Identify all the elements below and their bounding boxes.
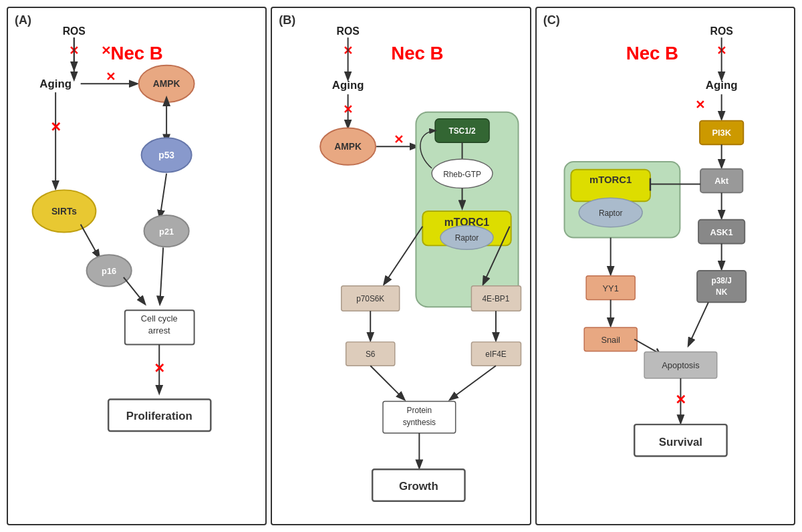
- svg-line-73: [450, 366, 496, 399]
- svg-line-19: [160, 174, 166, 218]
- svg-text:Proliferation: Proliferation: [126, 410, 192, 422]
- panel-a: (A) Nec B ROS ✕ ✕ Aging ✕ AMPK: [7, 7, 267, 525]
- svg-text:eIF4E: eIF4E: [485, 350, 507, 359]
- svg-text:✕: ✕: [343, 103, 353, 116]
- svg-text:p16: p16: [102, 266, 116, 276]
- svg-text:Cell cycle: Cell cycle: [141, 313, 178, 323]
- svg-text:✕: ✕: [101, 44, 111, 57]
- svg-text:AMPK: AMPK: [335, 141, 362, 152]
- svg-text:NK: NK: [716, 287, 728, 297]
- svg-text:Aging: Aging: [706, 79, 738, 92]
- svg-text:arrest: arrest: [148, 325, 170, 336]
- svg-text:p70S6K: p70S6K: [356, 294, 384, 303]
- svg-line-72: [371, 366, 404, 399]
- svg-line-114: [634, 340, 659, 354]
- svg-text:✕: ✕: [675, 392, 686, 407]
- svg-text:ROS: ROS: [63, 25, 86, 37]
- svg-text:Aging: Aging: [39, 78, 72, 90]
- svg-text:p38/J: p38/J: [711, 276, 731, 285]
- svg-text:✕: ✕: [106, 70, 116, 84]
- svg-text:Apoptosis: Apoptosis: [662, 360, 699, 370]
- svg-text:Aging: Aging: [332, 79, 364, 92]
- svg-text:mTORC1: mTORC1: [589, 174, 632, 185]
- svg-line-24: [124, 277, 145, 304]
- svg-text:Protein: Protein: [407, 406, 432, 415]
- svg-text:Snail: Snail: [601, 335, 620, 345]
- svg-text:YY1: YY1: [602, 283, 618, 293]
- main-container: (A) Nec B ROS ✕ ✕ Aging ✕ AMPK: [7, 7, 795, 525]
- svg-text:4E-BP1: 4E-BP1: [483, 294, 510, 303]
- panel-b-svg: Nec B ROS ✕ Aging ✕ AMPK ✕ TSC1/: [272, 8, 529, 524]
- svg-text:ROS: ROS: [710, 25, 732, 37]
- svg-text:Nec B: Nec B: [110, 43, 162, 63]
- svg-text:p21: p21: [159, 227, 174, 237]
- svg-text:Survival: Survival: [658, 436, 702, 448]
- svg-line-25: [160, 247, 163, 303]
- svg-text:Akt: Akt: [714, 176, 728, 186]
- panel-a-svg: Nec B ROS ✕ ✕ Aging ✕ AMPK: [8, 8, 265, 524]
- svg-line-100: [688, 302, 708, 345]
- svg-text:p53: p53: [158, 150, 174, 160]
- svg-line-18: [81, 225, 100, 257]
- panel-c-svg: Nec B ROS ✕ Aging PI3K Akt: [537, 8, 794, 524]
- svg-text:SIRTs: SIRTs: [51, 206, 77, 217]
- svg-text:Growth: Growth: [399, 480, 438, 493]
- svg-text:Rheb-GTP: Rheb-GTP: [444, 170, 482, 179]
- svg-text:AMPK: AMPK: [153, 78, 180, 89]
- svg-text:PI3K: PI3K: [712, 128, 731, 138]
- svg-text:Raptor: Raptor: [599, 209, 623, 218]
- svg-text:TSC1/2: TSC1/2: [449, 126, 477, 136]
- svg-text:Nec B: Nec B: [391, 43, 443, 63]
- svg-text:✕: ✕: [154, 361, 165, 376]
- svg-text:✕: ✕: [394, 133, 404, 146]
- svg-text:✕: ✕: [50, 120, 61, 134]
- svg-text:Raptor: Raptor: [455, 233, 479, 243]
- svg-text:S6: S6: [366, 350, 376, 359]
- svg-text:ROS: ROS: [337, 25, 360, 37]
- panel-c: (C) Nec B ROS ✕ Aging: [535, 7, 795, 525]
- svg-text:synthesis: synthesis: [403, 418, 436, 427]
- panel-b: (B) Nec B ROS ✕ Aging ✕: [271, 7, 531, 525]
- svg-text:ASK1: ASK1: [710, 227, 732, 237]
- svg-text:✕: ✕: [694, 98, 704, 112]
- svg-text:Nec B: Nec B: [626, 43, 678, 63]
